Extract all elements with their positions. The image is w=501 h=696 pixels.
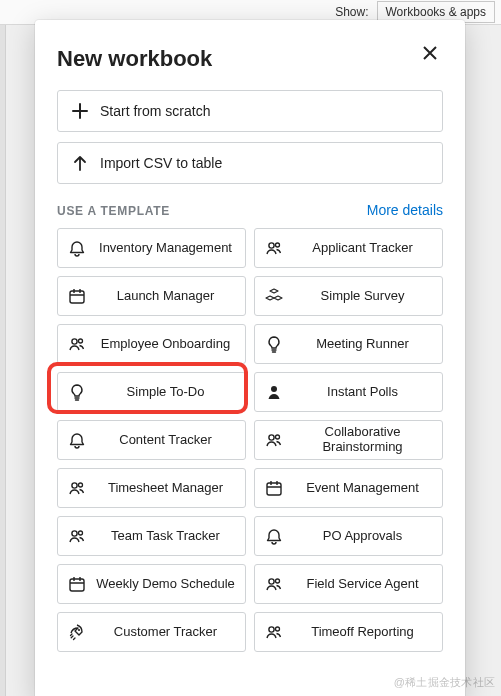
people-icon (68, 527, 86, 545)
template-collaborative-brainstorming[interactable]: Collaborative Brainstorming (254, 420, 443, 460)
people-icon (265, 431, 283, 449)
person-icon (265, 383, 283, 401)
template-label: Collaborative Brainstorming (293, 425, 432, 455)
template-applicant-tracker[interactable]: Applicant Tracker (254, 228, 443, 268)
template-instant-polls[interactable]: Instant Polls (254, 372, 443, 412)
modal-title: New workbook (57, 46, 212, 72)
template-weekly-demo-schedule[interactable]: Weekly Demo Schedule (57, 564, 246, 604)
bell-icon (68, 431, 86, 449)
bulb-icon (68, 383, 86, 401)
rocket-icon (68, 623, 86, 641)
arrow-up-icon (72, 155, 88, 171)
calendar-icon (68, 575, 86, 593)
template-grid: Inventory ManagementApplicant TrackerLau… (57, 228, 443, 652)
bulb-icon (265, 335, 283, 353)
template-label: Event Management (293, 481, 432, 496)
plus-icon (72, 103, 88, 119)
calendar-icon (265, 479, 283, 497)
template-label: Timeoff Reporting (293, 625, 432, 640)
template-team-task-tracker[interactable]: Team Task Tracker (57, 516, 246, 556)
close-icon (423, 46, 437, 60)
template-label: Applicant Tracker (293, 241, 432, 256)
template-simple-survey[interactable]: Simple Survey (254, 276, 443, 316)
template-label: Content Tracker (96, 433, 235, 448)
bell-icon (68, 239, 86, 257)
template-label: Inventory Management (96, 241, 235, 256)
template-customer-tracker[interactable]: Customer Tracker (57, 612, 246, 652)
people-icon (265, 575, 283, 593)
template-label: Field Service Agent (293, 577, 432, 592)
more-details-link[interactable]: More details (367, 202, 443, 218)
cubes-icon (265, 287, 283, 305)
calendar-icon (68, 287, 86, 305)
import-csv-label: Import CSV to table (100, 155, 222, 171)
people-icon (265, 623, 283, 641)
people-icon (68, 335, 86, 353)
close-button[interactable] (417, 40, 443, 66)
people-icon (68, 479, 86, 497)
template-label: Simple Survey (293, 289, 432, 304)
start-from-scratch-button[interactable]: Start from scratch (57, 90, 443, 132)
watermark: @稀土掘金技术社区 (394, 675, 495, 690)
template-content-tracker[interactable]: Content Tracker (57, 420, 246, 460)
template-employee-onboarding[interactable]: Employee Onboarding (57, 324, 246, 364)
bell-icon (265, 527, 283, 545)
template-label: Weekly Demo Schedule (96, 577, 235, 592)
import-csv-button[interactable]: Import CSV to table (57, 142, 443, 184)
template-label: Team Task Tracker (96, 529, 235, 544)
template-timesheet-manager[interactable]: Timesheet Manager (57, 468, 246, 508)
template-section-label: USE A TEMPLATE (57, 204, 170, 218)
template-label: Simple To-Do (96, 385, 235, 400)
template-meeting-runner[interactable]: Meeting Runner (254, 324, 443, 364)
template-timeoff-reporting[interactable]: Timeoff Reporting (254, 612, 443, 652)
template-launch-manager[interactable]: Launch Manager (57, 276, 246, 316)
template-label: Timesheet Manager (96, 481, 235, 496)
template-label: Customer Tracker (96, 625, 235, 640)
template-event-management[interactable]: Event Management (254, 468, 443, 508)
template-label: Employee Onboarding (96, 337, 235, 352)
start-from-scratch-label: Start from scratch (100, 103, 210, 119)
template-label: Launch Manager (96, 289, 235, 304)
template-label: PO Approvals (293, 529, 432, 544)
template-label: Instant Polls (293, 385, 432, 400)
template-po-approvals[interactable]: PO Approvals (254, 516, 443, 556)
new-workbook-modal: New workbook Start from scratch Import C… (35, 20, 465, 696)
template-label: Meeting Runner (293, 337, 432, 352)
template-field-service-agent[interactable]: Field Service Agent (254, 564, 443, 604)
people-icon (265, 239, 283, 257)
template-inventory-management[interactable]: Inventory Management (57, 228, 246, 268)
template-simple-to-do[interactable]: Simple To-Do (57, 372, 246, 412)
